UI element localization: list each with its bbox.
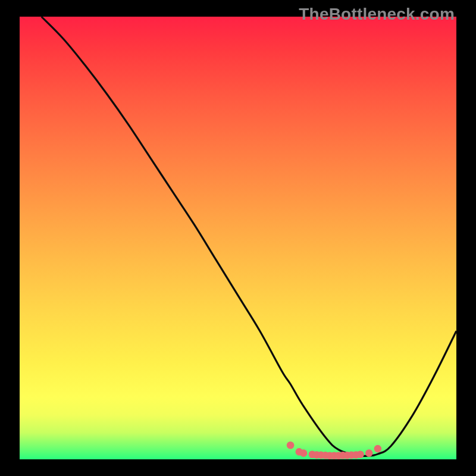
flat-region-dot bbox=[300, 449, 308, 457]
flat-region-dot bbox=[365, 449, 373, 457]
flat-region-dot bbox=[374, 445, 382, 453]
flat-region-dot bbox=[356, 451, 364, 459]
flat-region-dot bbox=[287, 441, 295, 449]
bottleneck-flat-dots bbox=[0, 0, 476, 476]
